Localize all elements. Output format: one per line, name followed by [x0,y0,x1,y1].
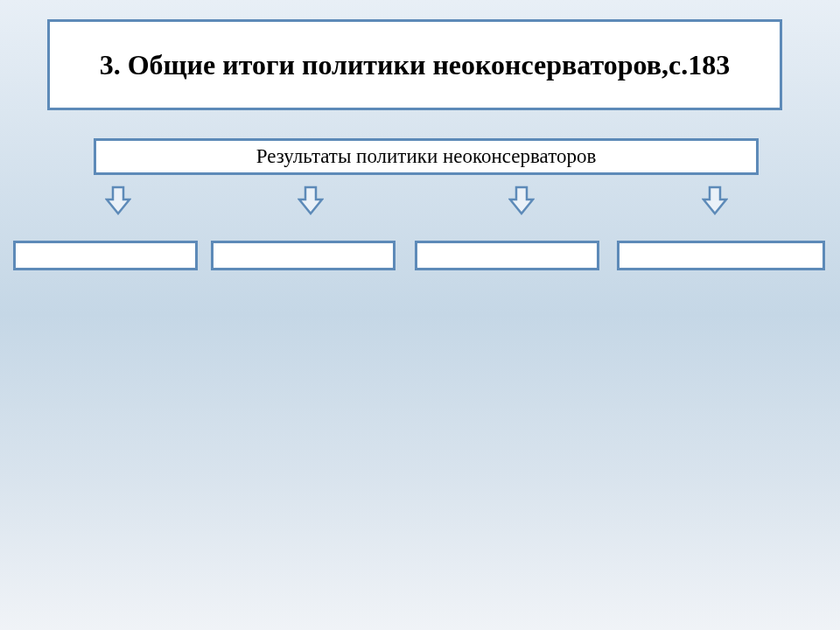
subtitle-box: Результаты политики неоконсерваторов [94,138,759,175]
arrow-down-icon [508,186,535,215]
title-box: 3. Общие итоги политики неоконсерваторов… [47,19,782,110]
arrows-row [0,186,840,220]
result-row [0,241,840,276]
subtitle-text: Результаты политики неоконсерваторов [256,145,597,168]
slide-title: 3. Общие итоги политики неоконсерваторов… [100,47,731,82]
result-box-2 [211,241,396,270]
arrow-down-icon [298,186,324,215]
result-box-3 [415,241,599,270]
result-box-1 [13,241,198,270]
arrow-down-icon [105,186,131,215]
result-box-4 [617,241,825,270]
arrow-down-icon [702,186,728,215]
